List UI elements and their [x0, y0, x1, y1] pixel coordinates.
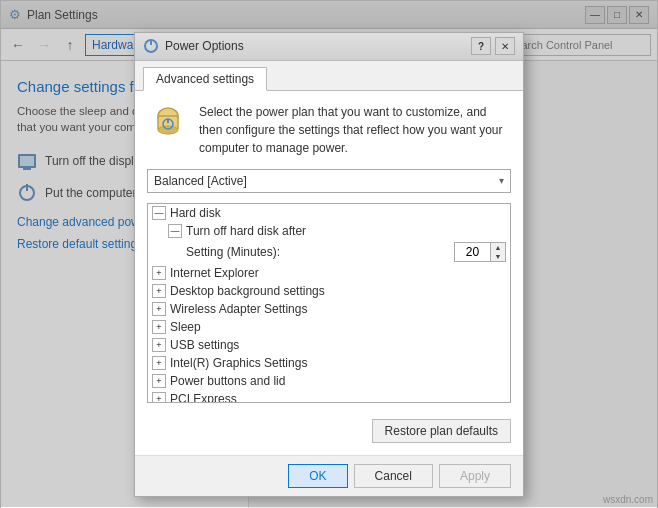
advanced-settings-tab[interactable]: Advanced settings	[143, 67, 267, 91]
tree-expand-usb[interactable]: +	[152, 338, 166, 352]
tree-label-ie: Internet Explorer	[170, 266, 259, 280]
tree-item-ie: + Internet Explorer	[148, 264, 510, 282]
tree-item-turnoff: — Turn off hard disk after	[148, 222, 510, 240]
info-text: Select the power plan that you want to c…	[199, 103, 511, 157]
tree-minus-harddisk[interactable]: —	[152, 206, 166, 220]
restore-area: ➜ Restore plan defaults	[147, 407, 511, 443]
tree-label-usb: USB settings	[170, 338, 239, 352]
spinner-control: ▲ ▼	[454, 242, 506, 262]
modal-overlay: Power Options ? ✕ Advanced settings	[1, 1, 657, 507]
tree-item-intel: + Intel(R) Graphics Settings	[148, 354, 510, 372]
tree-item-desktop: + Desktop background settings	[148, 282, 510, 300]
power-svg-icon	[150, 106, 186, 142]
plan-dropdown[interactable]: Balanced [Active] ▾	[147, 169, 511, 193]
restore-plan-defaults-button[interactable]: Restore plan defaults	[372, 419, 511, 443]
tree-item-wireless: + Wireless Adapter Settings	[148, 300, 510, 318]
modal-title-bar: Power Options ? ✕	[135, 33, 523, 61]
tree-item-pci: + PCI Express	[148, 390, 510, 403]
spinner-down-button[interactable]: ▼	[491, 252, 505, 261]
tree-item-setting: Setting (Minutes): ▲ ▼	[148, 240, 510, 264]
spinner-up-button[interactable]: ▲	[491, 243, 505, 252]
modal-title-left: Power Options	[143, 38, 244, 54]
spinner-input[interactable]	[454, 242, 490, 262]
tree-label-sleep: Sleep	[170, 320, 201, 334]
modal-close-button[interactable]: ✕	[495, 37, 515, 55]
tree-item-sleep: + Sleep	[148, 318, 510, 336]
modal-title-text: Power Options	[165, 39, 244, 53]
tree-item-harddisk: — Hard disk	[148, 204, 510, 222]
modal-help-button[interactable]: ?	[471, 37, 491, 55]
power-icon-large	[147, 103, 189, 145]
tree-label-harddisk: Hard disk	[170, 206, 221, 220]
tree-expand-intel[interactable]: +	[152, 356, 166, 370]
main-window: ⚙ Plan Settings — □ ✕ ← → ↑ Hardware and…	[0, 0, 658, 508]
tree-expand-sleep[interactable]: +	[152, 320, 166, 334]
modal-title-controls: ? ✕	[471, 37, 515, 55]
tree-expand-pci[interactable]: +	[152, 392, 166, 403]
info-section: Select the power plan that you want to c…	[147, 103, 511, 157]
tree-expand-power-buttons[interactable]: +	[152, 374, 166, 388]
tree-label-power-buttons: Power buttons and lid	[170, 374, 285, 388]
spinner-label: Setting (Minutes):	[186, 245, 448, 259]
spinner-arrows: ▲ ▼	[490, 242, 506, 262]
tree-label-wireless: Wireless Adapter Settings	[170, 302, 307, 316]
dropdown-row: Balanced [Active] ▾	[147, 169, 511, 193]
svg-point-4	[158, 126, 178, 134]
svg-rect-1	[150, 40, 152, 45]
tree-label-intel: Intel(R) Graphics Settings	[170, 356, 307, 370]
tree-expand-ie[interactable]: +	[152, 266, 166, 280]
tree-expand-desktop[interactable]: +	[152, 284, 166, 298]
cancel-button[interactable]: Cancel	[354, 464, 433, 488]
tree-label-pci: PCI Express	[170, 392, 237, 403]
svg-rect-6	[167, 119, 169, 123]
modal-footer: OK Cancel Apply	[135, 455, 523, 496]
modal-tabs: Advanced settings	[135, 61, 523, 91]
tree-item-usb: + USB settings	[148, 336, 510, 354]
apply-button[interactable]: Apply	[439, 464, 511, 488]
tree-container[interactable]: — Hard disk — Turn off hard disk after S…	[147, 203, 511, 403]
tree-minus-turnoff[interactable]: —	[168, 224, 182, 238]
tree-item-power-buttons: + Power buttons and lid	[148, 372, 510, 390]
power-options-dialog: Power Options ? ✕ Advanced settings	[134, 32, 524, 497]
power-options-icon	[143, 38, 159, 54]
dropdown-value: Balanced [Active]	[154, 174, 247, 188]
ok-button[interactable]: OK	[288, 464, 347, 488]
tree-label-turnoff: Turn off hard disk after	[186, 224, 306, 238]
dropdown-arrow-icon: ▾	[499, 175, 504, 186]
tree-label-desktop: Desktop background settings	[170, 284, 325, 298]
modal-body: Select the power plan that you want to c…	[135, 91, 523, 455]
tree-expand-wireless[interactable]: +	[152, 302, 166, 316]
